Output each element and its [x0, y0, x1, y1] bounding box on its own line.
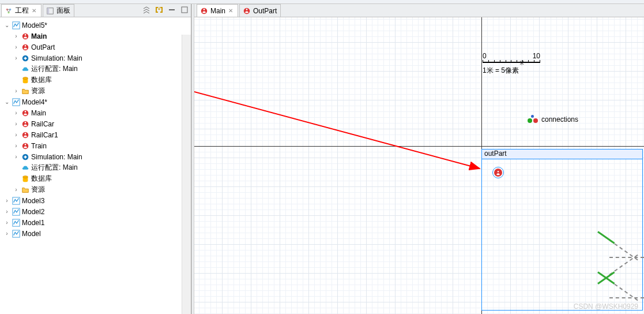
tree-model5[interactable]: ⌄Model5* [0, 20, 191, 31]
canvas[interactable]: 010 1米 = 5像素 ✳ connections [194, 17, 644, 314]
model-icon [12, 98, 21, 107]
tree-model1[interactable]: ›Model1 [0, 217, 191, 228]
tab-project[interactable]: 工程 ✕ [1, 4, 42, 17]
model-icon [12, 196, 21, 205]
close-icon[interactable]: ✕ [31, 8, 37, 14]
svg-point-23 [25, 122, 27, 124]
svg-point-12 [25, 34, 27, 36]
tab-panel-label: 面板 [57, 6, 70, 16]
svg-point-16 [24, 57, 27, 59]
tab-outpart-label: OutPart [253, 7, 277, 15]
svg-point-25 [25, 133, 27, 134]
agent-icon [21, 119, 30, 129]
tree-outpart[interactable]: ›OutPart [0, 42, 191, 53]
collapse-all-icon[interactable] [142, 6, 150, 14]
tree-resources4[interactable]: ›资源 [0, 184, 191, 195]
svg-point-37 [204, 9, 205, 10]
tab-panel[interactable]: 面板 [43, 4, 74, 17]
tab-main-label: Main [210, 7, 225, 15]
svg-point-21 [25, 111, 27, 113]
tree-resources[interactable]: ›资源 [0, 85, 191, 96]
tab-outpart[interactable]: OutPart [239, 4, 281, 17]
agent-icon [199, 6, 209, 16]
svg-point-14 [25, 45, 27, 47]
axis-x [194, 146, 644, 147]
agent-icon [21, 130, 30, 140]
svg-point-39 [246, 9, 248, 10]
agent-icon [21, 141, 30, 151]
tab-project-label: 工程 [15, 6, 29, 16]
agent-port[interactable] [492, 167, 504, 178]
folder-icon [21, 87, 30, 96]
experiment-icon [21, 152, 30, 162]
link-editor-icon[interactable] [155, 6, 163, 14]
tree-database4[interactable]: 数据库 [0, 173, 191, 184]
model-icon [12, 207, 21, 216]
model-icon [12, 218, 21, 227]
tree-main4[interactable]: ›Main [0, 107, 191, 118]
tree-main-bold[interactable]: ›Main [0, 31, 191, 42]
agent-icon [242, 6, 251, 16]
tree-train[interactable]: ›Train [0, 140, 191, 151]
tree-run-main4[interactable]: 运行配置: Main [0, 162, 191, 173]
cloud-icon [21, 163, 30, 173]
folder-icon [21, 185, 30, 195]
svg-point-27 [25, 144, 27, 145]
svg-point-29 [24, 156, 27, 158]
maximize-icon[interactable] [180, 6, 189, 14]
tab-main[interactable]: Main ✕ [197, 4, 238, 17]
tree-railcar1[interactable]: ›RailCar1 [0, 129, 191, 140]
minimize-icon[interactable] [168, 6, 176, 14]
tree-sim-main[interactable]: ›Simulation: Main [0, 53, 191, 63]
scale-ruler: 010 1米 = 5像素 ✳ [483, 52, 540, 76]
tree-railcar[interactable]: ›RailCar [0, 118, 191, 129]
database-icon [21, 76, 30, 85]
experiment-icon [21, 54, 30, 63]
agent-icon [494, 169, 502, 177]
tree-run-main[interactable]: 运行配置: Main [0, 63, 191, 74]
left-tabbar: 工程 ✕ 面板 [0, 4, 191, 17]
agent-icon [21, 43, 30, 52]
connections-label: connections [541, 115, 578, 124]
project-icon [4, 6, 13, 16]
scrollbar[interactable] [182, 35, 191, 314]
tree-sim-main4[interactable]: ›Simulation: Main [0, 151, 191, 162]
tree-model[interactable]: ›Model [0, 228, 191, 239]
cloud-icon [21, 65, 30, 74]
watermark: CSDN @WSKH0929 [574, 302, 638, 311]
tree-model3[interactable]: ›Model3 [0, 195, 191, 206]
close-icon[interactable]: ✕ [227, 8, 234, 14]
project-tree[interactable]: ⌄Model5* ›Main ›OutPart ›Simulation: Mai… [0, 17, 191, 314]
svg-rect-7 [47, 8, 50, 14]
agent-header: outPart [482, 149, 642, 159]
connections-node[interactable]: connections [528, 115, 578, 124]
database-icon [21, 174, 30, 184]
svg-rect-8 [169, 9, 175, 10]
tree-database[interactable]: 数据库 [0, 74, 191, 85]
model-icon [12, 229, 21, 238]
svg-point-40 [498, 171, 499, 173]
agent-icon [21, 109, 30, 118]
agent-icon [21, 32, 30, 41]
connections-icon [528, 116, 538, 123]
panel-icon [46, 6, 55, 16]
svg-rect-9 [182, 7, 187, 13]
tree-model2[interactable]: ›Model2 [0, 206, 191, 217]
tree-model4[interactable]: ⌄Model4* [0, 96, 191, 107]
model-icon [12, 21, 21, 30]
editor-tabbar: Main ✕ OutPart [194, 4, 644, 17]
